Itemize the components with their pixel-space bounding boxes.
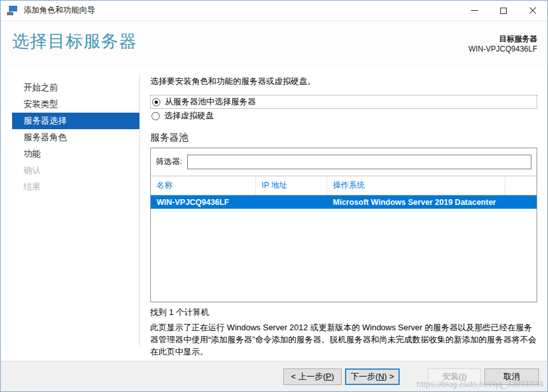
- sidebar-item-server-selection[interactable]: 服务器选择: [12, 113, 139, 129]
- next-button[interactable]: 下一步(N) >: [345, 368, 400, 385]
- server-name-cell: WIN-VPJCQ9436LF: [151, 198, 256, 207]
- target-server-name: WIN-VPJCQ9436LF: [468, 44, 537, 54]
- title-bar: 添加角色和功能向导: [1, 1, 547, 21]
- page-description: 此页显示了正在运行 Windows Server 2012 或更新版本的 Win…: [150, 321, 537, 358]
- sidebar-item-features[interactable]: 功能: [12, 146, 139, 162]
- wizard-window: 添加角色和功能向导 选择目标服务器 目标服务器 WIN-VPJCQ9436LF …: [0, 0, 548, 392]
- radio-selected-icon: [152, 98, 160, 106]
- table-body: WIN-VPJCQ9436LF Microsoft Windows Server…: [151, 195, 537, 302]
- minimize-icon: [471, 10, 478, 11]
- sidebar-item-results: 结果: [12, 179, 139, 195]
- install-button[interactable]: 安装(I): [428, 368, 481, 385]
- sidebar-divider: [139, 74, 140, 347]
- maximize-icon: [500, 8, 507, 14]
- radio-select-from-pool-label: 从服务器池中选择服务器: [165, 96, 256, 108]
- server-pool-panel: 筛选器: 名称 IP 地址 操作系统 WIN-VPJCQ9436LF Micro…: [150, 148, 537, 302]
- target-server-box: 目标服务器 WIN-VPJCQ9436LF: [468, 34, 537, 54]
- window-title: 添加角色和功能向导: [24, 5, 460, 16]
- main-content: 选择要安装角色和功能的服务器或虚拟硬盘。 从服务器池中选择服务器 选择虚拟硬盘 …: [139, 69, 547, 361]
- page-title: 选择目标服务器: [12, 30, 137, 53]
- minimize-button[interactable]: [460, 1, 489, 20]
- computers-found-text: 找到 1 个计算机: [150, 307, 537, 318]
- cancel-button[interactable]: 取消: [484, 368, 539, 385]
- column-header-name[interactable]: 名称: [151, 176, 256, 195]
- wizard-steps-sidebar: 开始之前 安装类型 服务器选择 服务器角色 功能 确认 结果: [1, 69, 139, 361]
- radio-select-vhd-label: 选择虚拟硬盘: [164, 110, 214, 122]
- sidebar-item-confirmation: 确认: [12, 162, 139, 179]
- wizard-body: 开始之前 安装类型 服务器选择 服务器角色 功能 确认 结果 选择要安装角色和功…: [1, 69, 547, 361]
- page-header: 选择目标服务器 目标服务器 WIN-VPJCQ9436LF: [1, 21, 547, 69]
- target-server-label: 目标服务器: [468, 34, 537, 44]
- column-header-os[interactable]: 操作系统: [327, 176, 505, 195]
- sidebar-item-server-roles[interactable]: 服务器角色: [12, 129, 139, 146]
- footer-bar: < 上一步(P) 下一步(N) > 安装(I) 取消 https://blog.…: [1, 361, 547, 391]
- sidebar-item-before-you-begin[interactable]: 开始之前: [12, 80, 139, 96]
- sidebar-item-installation-type[interactable]: 安装类型: [12, 96, 139, 113]
- radio-unselected-icon: [151, 112, 160, 120]
- radio-select-vhd[interactable]: 选择虚拟硬盘: [150, 109, 537, 123]
- server-os-cell: Microsoft Windows Server 2019 Datacenter: [327, 198, 505, 207]
- filter-label: 筛选器:: [156, 157, 182, 167]
- close-button[interactable]: [518, 1, 547, 20]
- column-header-ip[interactable]: IP 地址: [256, 176, 327, 195]
- filter-row: 筛选器:: [151, 148, 537, 176]
- close-icon: [529, 7, 537, 15]
- radio-select-from-pool[interactable]: 从服务器池中选择服务器: [150, 95, 537, 109]
- column-header-extra: [505, 176, 537, 195]
- maximize-button[interactable]: [489, 1, 518, 20]
- server-pool-title: 服务器池: [150, 132, 537, 144]
- intro-text: 选择要安装角色和功能的服务器或虚拟硬盘。: [150, 76, 537, 87]
- filter-input[interactable]: [187, 155, 531, 169]
- server-row[interactable]: WIN-VPJCQ9436LF Microsoft Windows Server…: [151, 195, 537, 209]
- table-header-row: 名称 IP 地址 操作系统: [151, 176, 537, 195]
- wizard-flag-icon: [7, 6, 18, 16]
- previous-button[interactable]: < 上一步(P): [283, 368, 342, 385]
